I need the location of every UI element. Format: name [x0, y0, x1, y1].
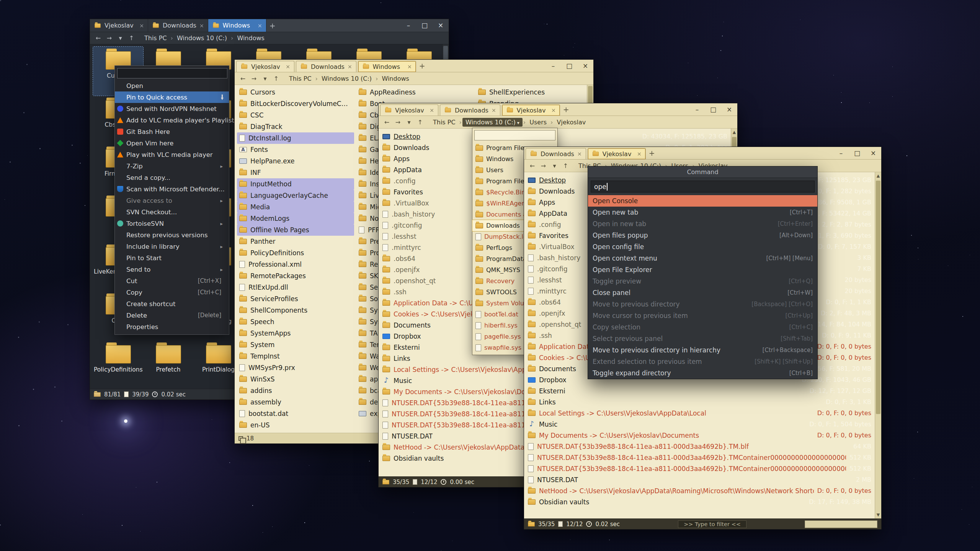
maximize-button[interactable]: □ [705, 103, 721, 116]
command-item[interactable]: Close panel [Ctrl+W] [588, 287, 817, 298]
minimize-button[interactable]: – [400, 19, 416, 32]
file-row[interactable]: DtcInstall.log [237, 132, 354, 144]
context-menu-item[interactable]: Play with VLC media player [115, 149, 229, 160]
back-button[interactable]: ← [93, 34, 103, 42]
breadcrumb-segment[interactable]: This PC [430, 118, 459, 127]
breadcrumb-segment[interactable]: Windows 10 (C:) [174, 34, 230, 42]
up-button[interactable]: ↑ [415, 119, 425, 126]
context-menu-item[interactable]: Open Vim here [115, 137, 229, 149]
up-button[interactable]: ↑ [126, 34, 137, 42]
command-item[interactable]: Open new tab [Ctrl+T] [588, 207, 817, 218]
tab-close-icon[interactable]: × [258, 23, 262, 29]
context-menu-item[interactable]: Pin to Start [115, 252, 229, 264]
scroll-down-icon[interactable]: ▼ [875, 512, 881, 517]
context-menu-item[interactable]: SVN Checkout... [115, 206, 229, 218]
close-button[interactable]: × [577, 60, 593, 72]
context-menu-item[interactable]: Send to ▸ [115, 264, 229, 275]
context-menu-item[interactable]: Send with NordVPN Meshnet [115, 103, 229, 114]
file-row[interactable]: System [237, 339, 354, 350]
context-menu-item[interactable]: Open [115, 80, 229, 91]
close-button[interactable]: × [865, 147, 881, 159]
tab[interactable]: Vjekoslav × [588, 148, 646, 159]
context-menu-item[interactable]: Cut [Ctrl+X] [115, 275, 229, 287]
file-row[interactable]: ShellComponents [237, 305, 354, 316]
filter-input[interactable] [805, 520, 877, 528]
breadcrumb-segment[interactable]: Windows 10 (C:) [318, 74, 375, 83]
context-menu-item[interactable]: Delete [Delete] [115, 310, 229, 321]
new-tab-button[interactable]: + [646, 147, 658, 159]
tab-close-icon[interactable]: × [637, 151, 642, 157]
file-row[interactable]: NTUSER.DAT 2 MB [524, 474, 874, 485]
file-row[interactable]: SystemApps [237, 328, 354, 339]
history-dropdown-icon[interactable]: ▾ [549, 162, 560, 170]
context-menu-item[interactable]: Add to VLC media player's Playlist [115, 114, 229, 126]
command-item[interactable]: Open config file [588, 241, 817, 253]
file-row[interactable]: RtlExUpd.dll [237, 282, 354, 293]
tab-close-icon[interactable]: × [430, 107, 434, 113]
file-row[interactable]: CSC [237, 109, 354, 121]
file-row[interactable]: PolicyDefinitions [237, 247, 354, 259]
maximize-button[interactable]: □ [561, 60, 577, 72]
minimize-button[interactable]: – [545, 60, 561, 72]
file-row[interactable]: WMSysPr9.prx [237, 362, 354, 373]
tab[interactable]: Vjekoslav × [90, 19, 148, 32]
tab[interactable]: Vjekoslav × [380, 104, 438, 116]
scrollbar[interactable]: ▲ ▼ [875, 172, 881, 518]
file-row[interactable]: InputMethod [237, 178, 354, 190]
command-item[interactable]: Move cursor to previous item [Ctrl+Up] [588, 310, 817, 321]
context-menu-item[interactable]: Scan with Microsoft Defender... [115, 183, 229, 195]
history-dropdown-icon[interactable]: ▾ [115, 34, 126, 42]
tab-close-icon[interactable]: × [286, 64, 290, 70]
file-row[interactable]: WinSxS [237, 373, 354, 385]
command-item[interactable]: Toggle expand directory [Ctrl+B] [588, 367, 817, 379]
breadcrumb-segment[interactable]: Users [526, 118, 550, 127]
file-row[interactable]: Offline Web Pages [237, 224, 354, 236]
close-button[interactable]: × [433, 19, 449, 32]
command-item[interactable]: Open context menu [Ctrl+M] [Menu] [588, 253, 817, 264]
file-row[interactable]: NetHood -> C:\Users\Vjekoslav\AppData\Ro… [524, 485, 874, 496]
command-item[interactable]: Move to previous directory [Backspace] [… [588, 298, 817, 310]
context-menu-item[interactable]: Include in library ▸ [115, 241, 229, 252]
file-row[interactable]: assembly [237, 396, 354, 408]
file-row[interactable]: LanguageOverlayCache [237, 190, 354, 201]
command-item[interactable]: Open Console [588, 195, 817, 207]
forward-button[interactable]: → [538, 162, 549, 170]
context-menu-item[interactable]: Create shortcut [115, 298, 229, 310]
command-item[interactable]: Open File Explorer [588, 264, 817, 276]
tab-close-icon[interactable]: × [139, 23, 144, 29]
maximize-button[interactable]: □ [416, 19, 433, 32]
up-button[interactable]: ↑ [271, 75, 281, 82]
file-row[interactable]: NTUSER.DAT{53b39e88-18c4-11ea-a811-000d3… [524, 452, 874, 463]
maximize-button[interactable]: □ [849, 147, 865, 159]
context-menu-item[interactable]: Send a copy... [115, 172, 229, 183]
forward-button[interactable]: → [249, 75, 259, 82]
breadcrumb-segment[interactable]: This PC [286, 74, 315, 83]
file-row[interactable]: BitLockerDiscoveryVolumeContents [237, 98, 354, 109]
file-row[interactable]: Local Settings -> C:\Users\Vjekoslav\App… [524, 408, 874, 419]
file-row[interactable]: Panther [237, 236, 354, 247]
file-row[interactable]: TempInst [237, 350, 354, 362]
back-button[interactable]: ← [527, 162, 537, 170]
file-row[interactable]: Obsidian vaults D: 17, F: 149, 38 MB [524, 496, 874, 507]
file-row[interactable]: Professional.xml [237, 259, 354, 270]
tab-close-icon[interactable]: × [407, 64, 412, 70]
breadcrumb-segment[interactable]: Vjekoslav [554, 118, 589, 127]
tab-close-icon[interactable]: × [348, 64, 352, 70]
tab[interactable]: Vjekoslav × [236, 61, 294, 72]
dropdown-filter-input[interactable] [474, 130, 555, 140]
tab-close-icon[interactable]: × [577, 151, 582, 157]
scroll-up-icon[interactable]: ▲ [731, 130, 737, 135]
command-item[interactable]: Copy selection [Ctrl+C] [588, 321, 817, 333]
command-item[interactable]: Move to previous directory in hierarchy … [588, 344, 817, 356]
file-row[interactable]: Media [237, 201, 354, 213]
command-input[interactable]: ope [591, 181, 815, 192]
command-item[interactable]: Open in new tab [Ctrl+Enter] [588, 218, 817, 230]
context-menu-item[interactable]: Restore previous versions [115, 229, 229, 241]
tab[interactable]: Downloads × [440, 104, 500, 116]
breadcrumb-segment[interactable]: This PC [141, 34, 170, 42]
tab[interactable]: Windows × [358, 61, 416, 72]
back-button[interactable]: ← [382, 119, 392, 126]
file-row[interactable]: NTUSER.DAT{53b39e88-18c4-11ea-a811-000d3… [524, 463, 874, 474]
file-row[interactable]: ShellExperiences [476, 86, 593, 98]
tab[interactable]: Downloads × [148, 19, 208, 32]
